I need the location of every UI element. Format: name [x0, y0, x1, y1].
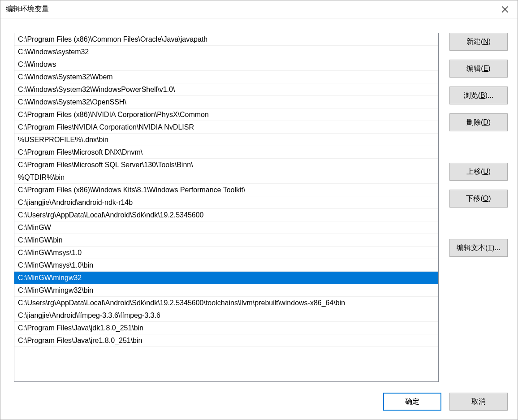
- list-item[interactable]: C:\MinGW\msys\1.0\bin: [14, 259, 438, 272]
- list-item[interactable]: C:\Users\rg\AppData\Local\Android\Sdk\nd…: [14, 297, 438, 309]
- list-item[interactable]: C:\Windows\system32: [14, 46, 438, 58]
- env-var-dialog: 编辑环境变量 C:\Program Files (x86)\Common Fil…: [0, 0, 518, 420]
- list-item[interactable]: C:\Program Files (x86)\Common Files\Orac…: [14, 33, 438, 46]
- move-up-button[interactable]: 上移(U): [449, 163, 508, 181]
- close-button[interactable]: [492, 0, 518, 18]
- list-item[interactable]: C:\Program Files (x86)\Windows Kits\8.1\…: [14, 184, 438, 196]
- delete-button[interactable]: 删除(D): [449, 113, 508, 131]
- list-item[interactable]: C:\Program Files (x86)\NVIDIA Corporatio…: [14, 108, 438, 121]
- side-buttons: 新建(N) 编辑(E) 浏览(B)... 删除(D) 上移(U) 下移(O): [449, 33, 508, 382]
- main-row: C:\Program Files (x86)\Common Files\Orac…: [14, 33, 508, 382]
- list-item[interactable]: C:\Program Files\Microsoft SQL Server\13…: [14, 159, 438, 171]
- titlebar: 编辑环境变量: [0, 0, 518, 18]
- bottom-row: 确定 取消: [14, 393, 508, 411]
- list-item[interactable]: C:\Windows\System32\OpenSSH\: [14, 96, 438, 108]
- edit-text-button[interactable]: 编辑文本(T)...: [449, 239, 508, 257]
- list-item[interactable]: C:\jiangjie\Android\android-ndk-r14b: [14, 196, 438, 209]
- close-icon: [502, 6, 508, 13]
- list-item[interactable]: C:\MinGW\mingw32\bin: [14, 284, 438, 297]
- list-item[interactable]: C:\Users\rg\AppData\Local\Android\Sdk\nd…: [14, 209, 438, 221]
- list-item[interactable]: C:\jiangjie\Android\ffmpeg-3.3.6\ffmpeg-…: [14, 309, 438, 322]
- list-item[interactable]: C:\Program Files\Java\jre1.8.0_251\bin: [14, 334, 438, 347]
- path-listbox[interactable]: C:\Program Files (x86)\Common Files\Orac…: [14, 33, 439, 382]
- window-title: 编辑环境变量: [6, 4, 49, 14]
- move-down-button[interactable]: 下移(O): [449, 190, 508, 208]
- list-item[interactable]: C:\Windows\System32\WindowsPowerShell\v1…: [14, 83, 438, 96]
- list-item[interactable]: C:\Windows\System32\Wbem: [14, 71, 438, 83]
- ok-button[interactable]: 确定: [383, 393, 441, 411]
- list-item[interactable]: C:\MinGW\bin: [14, 234, 438, 247]
- list-item[interactable]: C:\Program Files\NVIDIA Corporation\NVID…: [14, 121, 438, 134]
- list-item[interactable]: %QTDIR%\bin: [14, 171, 438, 184]
- list-item[interactable]: C:\Program Files\Microsoft DNX\Dnvm\: [14, 146, 438, 159]
- new-button[interactable]: 新建(N): [449, 33, 508, 51]
- list-item[interactable]: %USERPROFILE%\.dnx\bin: [14, 134, 438, 146]
- list-item[interactable]: C:\Windows: [14, 58, 438, 71]
- browse-button[interactable]: 浏览(B)...: [449, 87, 508, 104]
- cancel-button[interactable]: 取消: [449, 393, 508, 411]
- edit-button[interactable]: 编辑(E): [449, 60, 508, 78]
- list-item[interactable]: C:\MinGW\mingw32: [14, 272, 438, 284]
- list-item[interactable]: C:\MinGW\msys\1.0: [14, 247, 438, 259]
- list-item[interactable]: C:\Program Files\Java\jdk1.8.0_251\bin: [14, 322, 438, 334]
- list-item[interactable]: C:\MinGW: [14, 221, 438, 234]
- dialog-body: C:\Program Files (x86)\Common Files\Orac…: [0, 18, 518, 420]
